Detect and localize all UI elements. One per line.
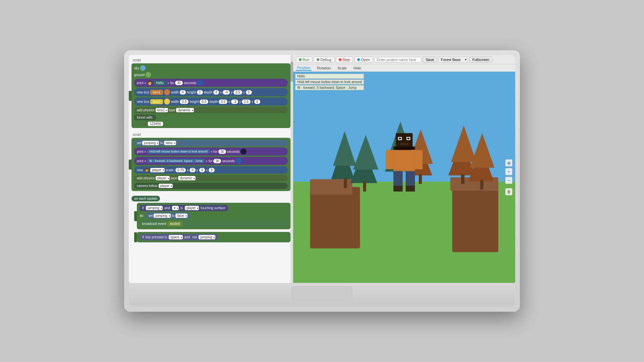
run-button[interactable]: Run bbox=[296, 57, 312, 63]
print-hello-block: print « 🧑 Hello » for 30 seconds bbox=[134, 79, 288, 87]
do-row: do set jumping to false bbox=[140, 213, 288, 219]
run-dot bbox=[299, 58, 302, 61]
on-each-update-block: on each update bbox=[131, 196, 160, 201]
wasd-string: W - forward; S backward; Space - Jump bbox=[147, 159, 205, 163]
box2-name: box2 bbox=[150, 99, 163, 104]
toolbar: Run Debug Stop Open bbox=[293, 55, 515, 64]
box1-x: -4 bbox=[223, 90, 230, 95]
sky-text: sky bbox=[134, 66, 139, 70]
hello-string: Hello bbox=[153, 80, 166, 85]
theme-selector-wrapper: Forest Base bbox=[438, 56, 468, 63]
addphysics2-block: add physics player type dynamic bbox=[134, 175, 288, 181]
svg-rect-23 bbox=[393, 146, 415, 149]
laptop-screen: script sky ground bbox=[129, 55, 515, 283]
svg-rect-21 bbox=[419, 174, 422, 184]
viewport-controls: ⊕ + − 🗑 bbox=[505, 159, 513, 195]
box1-color-oval bbox=[164, 89, 170, 95]
block-group-4: if key pressed is space and not jumping bbox=[137, 232, 290, 242]
svg-rect-33 bbox=[406, 171, 415, 187]
svg-rect-12 bbox=[461, 174, 465, 184]
set-jumping2-block: set jumping to false bbox=[146, 213, 190, 219]
box1-name: box1 bbox=[150, 90, 163, 95]
lookaround-string: Hold left mouse button down to look arou… bbox=[147, 149, 210, 154]
laptop-frame: script sky ground bbox=[124, 50, 520, 312]
broadcast-block: broadcast event landed bbox=[140, 220, 288, 227]
on-each-update-label: on each update bbox=[134, 197, 157, 200]
svg-rect-4 bbox=[344, 178, 347, 188]
fullscreen-button[interactable]: Fullscreen bbox=[469, 57, 492, 63]
game-canvas: Hello Hold left mouse button down to loo… bbox=[293, 72, 515, 283]
svg-rect-31 bbox=[415, 150, 423, 169]
svg-marker-14 bbox=[470, 133, 494, 168]
svg-rect-27 bbox=[407, 138, 410, 139]
tab-rotation[interactable]: Rotation bbox=[316, 66, 332, 70]
svg-rect-26 bbox=[399, 138, 401, 139]
seed-value: 123456 bbox=[148, 122, 163, 126]
script-label-1: script bbox=[133, 58, 290, 62]
toolbar-sub: Position Rotation Scale Hide bbox=[293, 64, 515, 72]
block-group-2: set jumping to false print « Hold left m… bbox=[131, 138, 290, 191]
tab-hide[interactable]: Hide bbox=[352, 66, 363, 70]
scene-svg bbox=[293, 72, 515, 283]
print-wasd-block: print « W - forward; S backward; Space -… bbox=[134, 157, 288, 165]
svg-marker-6 bbox=[353, 135, 379, 170]
trackpad[interactable] bbox=[292, 286, 352, 300]
if2-row: if key pressed is space and not jumping bbox=[140, 234, 288, 240]
tab-position[interactable]: Position bbox=[296, 65, 312, 71]
seed-row: seed 123456 bbox=[134, 122, 288, 126]
if1-block: if jumping and ▾ is player touching surf… bbox=[140, 205, 228, 211]
forest-block: forest with: bbox=[134, 115, 156, 120]
svg-marker-3 bbox=[333, 131, 356, 166]
print-keyword: print bbox=[137, 81, 143, 85]
tab-scale[interactable]: Scale bbox=[336, 66, 348, 70]
center-view-btn[interactable]: ⊕ bbox=[505, 159, 513, 167]
viewport-panel: Run Debug Stop Open bbox=[293, 55, 515, 283]
svg-rect-29 bbox=[393, 150, 415, 171]
sky-dot bbox=[140, 65, 146, 71]
set-jumping-block: set jumping to false bbox=[134, 140, 288, 146]
svg-rect-30 bbox=[386, 150, 393, 169]
ground-row: ground bbox=[134, 72, 288, 77]
stop-button[interactable]: Stop bbox=[336, 57, 353, 63]
newbox1-keyword: new box bbox=[137, 90, 149, 94]
trash-btn[interactable]: 🗑 bbox=[505, 188, 513, 195]
seconds-label: seconds bbox=[184, 81, 196, 85]
screen-content: script sky ground bbox=[129, 55, 515, 283]
box1-z: 0 bbox=[246, 90, 252, 95]
svg-rect-35 bbox=[406, 186, 415, 191]
script-label-2: script bbox=[133, 133, 290, 136]
camera-follow-block: camera follow player bbox=[134, 183, 288, 189]
svg-rect-28 bbox=[400, 143, 408, 145]
svg-rect-34 bbox=[393, 186, 402, 191]
for-label: for bbox=[170, 81, 174, 85]
debug-button[interactable]: Debug bbox=[314, 57, 334, 63]
code-panel: script sky ground bbox=[129, 55, 293, 283]
zoom-in-btn[interactable]: + bbox=[505, 168, 513, 175]
ground-text: ground bbox=[134, 73, 145, 77]
addphysics1-block: add physics box2 type dynamic bbox=[134, 107, 288, 113]
seconds-num: 30 bbox=[175, 81, 183, 85]
svg-rect-15 bbox=[480, 180, 483, 190]
confirm-oval bbox=[197, 80, 203, 86]
project-name-input[interactable] bbox=[374, 57, 421, 62]
if2-block: if key pressed is space and not jumping bbox=[140, 234, 218, 240]
box1-y: 0.5 bbox=[233, 90, 242, 95]
save-button[interactable]: Save bbox=[423, 57, 437, 63]
box1-width: 4 bbox=[180, 90, 186, 95]
forest-row: forest with: bbox=[134, 115, 288, 120]
newbox1-block: new box box1 width 4 height 1 depth 4 x … bbox=[134, 88, 288, 96]
block-group-1: sky ground print « 🧑 bbox=[131, 63, 290, 128]
open-dot bbox=[357, 58, 360, 61]
open-button[interactable]: Open bbox=[354, 57, 373, 63]
stop-dot bbox=[339, 58, 341, 61]
debug-dot bbox=[317, 58, 319, 61]
box1-depth: 4 bbox=[213, 90, 219, 95]
laptop-bottom bbox=[129, 283, 515, 306]
svg-rect-8 bbox=[452, 183, 498, 252]
svg-marker-11 bbox=[451, 125, 477, 162]
theme-selector[interactable]: Forest Base bbox=[438, 57, 468, 63]
svg-rect-7 bbox=[363, 182, 366, 192]
zoom-out-btn[interactable]: − bbox=[505, 177, 513, 184]
script-group-1: script sky ground bbox=[131, 58, 290, 128]
newbox2-block: new box box2 width 0.5 height 0.5 depth … bbox=[134, 98, 288, 106]
